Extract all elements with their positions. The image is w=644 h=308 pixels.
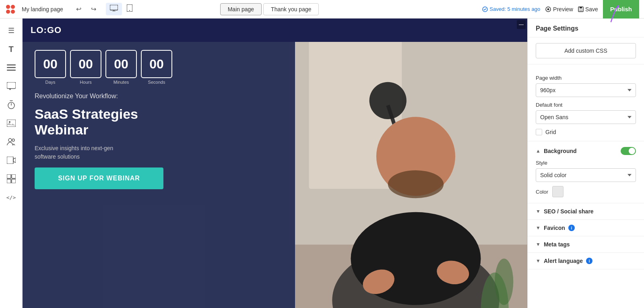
countdown-seconds: 00 Seconds bbox=[141, 50, 172, 85]
svg-point-11 bbox=[547, 8, 549, 10]
seo-title: SEO / Social share bbox=[544, 208, 594, 215]
lp-header: LO:GO bbox=[23, 19, 527, 42]
lp-headline: SaaS StrategiesWebinar bbox=[35, 106, 283, 138]
lp-content-left: 00 Days 00 Hours 00 Minutes 00 bbox=[23, 42, 295, 308]
countdown-days-value: 00 bbox=[35, 50, 66, 78]
add-css-section: Add custom CSS bbox=[528, 37, 644, 64]
canvas-area: LO:GO 00 Days 00 Hours bbox=[23, 19, 527, 308]
thank-you-page-tab[interactable]: Thank you page bbox=[263, 3, 319, 15]
desktop-view-button[interactable] bbox=[106, 3, 122, 15]
svg-rect-28 bbox=[12, 179, 16, 183]
countdown-days-label: Days bbox=[45, 80, 55, 85]
background-color-row: Color bbox=[536, 186, 636, 197]
page-settings-section: Page width 960px Default font Open Sans … bbox=[528, 64, 644, 141]
default-font-label: Default font bbox=[536, 102, 636, 108]
svg-rect-15 bbox=[7, 64, 16, 66]
app-logo bbox=[5, 4, 16, 15]
redo-button[interactable]: ↪ bbox=[89, 4, 99, 14]
favicon-title: Favicon bbox=[544, 225, 565, 231]
sidebar-text-icon[interactable]: T bbox=[3, 41, 19, 57]
save-button[interactable]: Save bbox=[578, 6, 598, 12]
sidebar-layout-icon[interactable] bbox=[3, 171, 19, 187]
svg-point-2 bbox=[6, 10, 10, 14]
default-font-field: Default font Open Sans bbox=[536, 102, 636, 124]
background-toggle[interactable] bbox=[621, 147, 636, 155]
canvas-minimize-button[interactable]: — bbox=[517, 20, 526, 29]
meta-tags-chevron-icon: ▼ bbox=[536, 242, 541, 247]
saved-status[interactable]: Saved: 5 minutes ago bbox=[482, 6, 540, 12]
background-section-header[interactable]: ▲ Background bbox=[536, 147, 636, 155]
favicon-info-icon[interactable]: i bbox=[568, 225, 575, 231]
background-section: ▲ Background Style Solid color Color bbox=[528, 141, 644, 203]
svg-point-1 bbox=[11, 5, 15, 9]
seo-section[interactable]: ▼ SEO / Social share bbox=[528, 203, 644, 220]
right-panel-title: Page Settings bbox=[528, 19, 644, 37]
device-switcher bbox=[106, 3, 136, 15]
svg-rect-24 bbox=[7, 157, 13, 164]
countdown-timer: 00 Days 00 Hours 00 Minutes 00 bbox=[35, 50, 283, 85]
favicon-chevron-icon: ▼ bbox=[536, 225, 541, 231]
lp-description: Exclusive insights into next-gensoftware… bbox=[35, 144, 283, 161]
grid-checkbox[interactable] bbox=[536, 129, 542, 135]
sidebar-video-icon[interactable] bbox=[3, 152, 19, 168]
main-page-tab[interactable]: Main page bbox=[220, 3, 262, 15]
grid-row: Grid bbox=[536, 129, 636, 135]
add-custom-css-button[interactable]: Add custom CSS bbox=[536, 43, 636, 58]
svg-point-22 bbox=[8, 138, 12, 142]
svg-point-41 bbox=[495, 258, 513, 305]
svg-point-0 bbox=[6, 5, 10, 9]
svg-point-3 bbox=[11, 10, 15, 14]
countdown-days: 00 Days bbox=[35, 50, 66, 85]
undo-redo-group: ↩ ↪ bbox=[70, 4, 99, 14]
seo-chevron-icon: ▼ bbox=[536, 209, 541, 214]
countdown-hours-value: 00 bbox=[70, 50, 101, 78]
page-width-select[interactable]: 960px bbox=[536, 83, 636, 97]
countdown-seconds-value: 00 bbox=[141, 50, 172, 78]
canvas-content: LO:GO 00 Days 00 Hours bbox=[23, 19, 527, 308]
svg-point-23 bbox=[12, 139, 14, 141]
sidebar-image-icon[interactable] bbox=[3, 115, 19, 131]
page-name: My landing page bbox=[22, 6, 63, 12]
countdown-hours: 00 Hours bbox=[70, 50, 101, 85]
sidebar-menu-icon[interactable]: ☰ bbox=[3, 23, 19, 39]
undo-button[interactable]: ↩ bbox=[74, 4, 84, 14]
right-panel: Page Settings Add custom CSS Page width … bbox=[527, 19, 644, 308]
svg-point-33 bbox=[369, 82, 407, 119]
background-style-select[interactable]: Solid color bbox=[536, 168, 636, 182]
countdown-minutes-value: 00 bbox=[105, 50, 137, 78]
alert-language-info-icon[interactable]: i bbox=[586, 258, 592, 264]
countdown-seconds-label: Seconds bbox=[148, 80, 165, 85]
publish-button[interactable]: Publish bbox=[603, 0, 639, 19]
sidebar-timer-icon[interactable] bbox=[3, 97, 19, 113]
sidebar-code-icon[interactable]: </> bbox=[3, 189, 19, 205]
background-color-label: Color bbox=[536, 189, 548, 195]
page-width-label: Page width bbox=[536, 75, 636, 81]
background-style-field: Style Solid color bbox=[536, 160, 636, 182]
default-font-select[interactable]: Open Sans bbox=[536, 110, 636, 124]
preview-button[interactable]: Preview bbox=[545, 6, 573, 12]
background-header-left: ▲ Background bbox=[536, 148, 577, 154]
lp-cta-button[interactable]: SIGN UP FOR WEBINAR bbox=[35, 167, 163, 189]
svg-rect-17 bbox=[7, 70, 16, 71]
meta-tags-section[interactable]: ▼ Meta tags bbox=[528, 236, 644, 253]
favicon-section[interactable]: ▼ Favicon i bbox=[528, 220, 644, 236]
svg-rect-16 bbox=[7, 67, 16, 68]
alert-language-section[interactable]: ▼ Alert language i bbox=[528, 253, 644, 269]
lp-subheadline: Revolutionize Your Workflow: bbox=[35, 93, 283, 100]
alert-language-title: Alert language bbox=[544, 258, 583, 264]
grid-label: Grid bbox=[545, 129, 556, 135]
sidebar-chat-icon[interactable] bbox=[3, 78, 19, 94]
sidebar-people-icon[interactable] bbox=[3, 134, 19, 150]
background-color-swatch[interactable] bbox=[552, 186, 564, 197]
sidebar-lines-icon[interactable] bbox=[3, 60, 19, 76]
svg-point-21 bbox=[9, 121, 10, 123]
background-chevron-icon: ▲ bbox=[536, 148, 541, 154]
background-title: Background bbox=[544, 148, 577, 154]
svg-rect-25 bbox=[7, 174, 11, 178]
tablet-view-button[interactable] bbox=[123, 3, 136, 15]
svg-point-8 bbox=[129, 10, 130, 11]
svg-rect-13 bbox=[580, 7, 582, 8]
meta-tags-title: Meta tags bbox=[544, 241, 570, 248]
page-width-field: Page width 960px bbox=[536, 75, 636, 97]
main-area: ☰ T </> LO:GO bbox=[0, 19, 644, 308]
